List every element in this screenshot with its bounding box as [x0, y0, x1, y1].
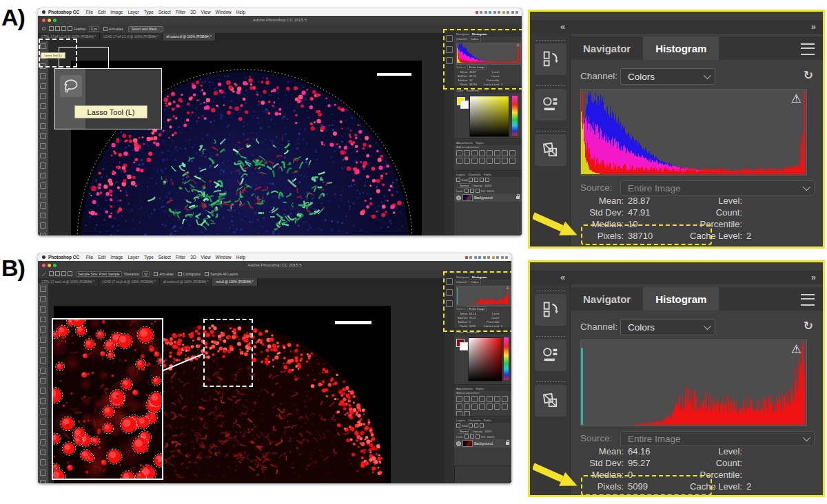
visibility-eye-icon[interactable] [456, 196, 461, 200]
apple-icon[interactable] [42, 10, 45, 14]
lock-pixels-icon[interactable] [470, 189, 474, 193]
magic-wand-icon[interactable] [40, 317, 46, 323]
contiguous-checkbox[interactable]: Contiguous [178, 272, 201, 276]
vibrance-icon[interactable] [487, 396, 493, 402]
menu-item[interactable]: Layer [125, 255, 141, 260]
menu-item[interactable]: Image [108, 255, 125, 260]
black-white-icon[interactable] [509, 150, 515, 156]
blur-icon[interactable] [40, 408, 46, 414]
menu-item[interactable]: Type [141, 255, 156, 260]
hue-saturation-icon[interactable] [494, 396, 500, 402]
menu-item[interactable]: Select [156, 255, 173, 260]
opacity-value[interactable]: 100% [484, 184, 492, 187]
lock-pixels-icon[interactable] [470, 434, 474, 439]
color-panel-tab[interactable]: Color [456, 89, 464, 92]
history-icon[interactable] [446, 278, 453, 285]
battery-icon[interactable] [492, 256, 495, 259]
properties-panel-icon[interactable] [535, 339, 566, 371]
warning-icon[interactable]: ⚠ [791, 342, 802, 357]
levels-icon[interactable] [464, 150, 470, 156]
mini-channel-select[interactable]: Colors [469, 36, 481, 41]
collapse-right-icon[interactable]: » [811, 21, 816, 32]
collapse-right-icon[interactable]: » [811, 272, 816, 282]
photo-filter-icon[interactable] [456, 158, 462, 164]
clock-icon[interactable] [515, 11, 518, 14]
menu-item[interactable]: Select [156, 10, 173, 14]
layers-panel-tab[interactable]: Channels [468, 173, 481, 176]
search-icon[interactable] [507, 11, 509, 14]
menu-item[interactable]: File [83, 255, 95, 260]
mini-tab-histogram[interactable]: Histogram [472, 32, 487, 36]
menu-item[interactable]: Edit [96, 10, 108, 14]
type-icon[interactable] [40, 439, 46, 445]
tab-navigator[interactable]: Navigator [571, 287, 643, 311]
dodge-icon[interactable] [40, 419, 46, 425]
lasso-tool-button[interactable] [60, 75, 82, 97]
source-select[interactable]: Entire Image [620, 431, 815, 446]
onedrive-icon[interactable] [484, 11, 487, 14]
libraries-panel-icon[interactable] [535, 134, 566, 166]
app-name[interactable]: Photoshop CC [48, 10, 79, 14]
onedrive-icon[interactable] [474, 256, 477, 259]
notification-icon[interactable] [501, 256, 504, 259]
wifi-icon[interactable] [498, 11, 500, 14]
selection-mode-buttons[interactable] [49, 271, 74, 277]
selection-mode-buttons[interactable] [49, 26, 74, 32]
hue-saturation-icon[interactable] [494, 150, 500, 156]
channel-mixer-icon[interactable] [471, 403, 478, 410]
blur-icon[interactable] [40, 162, 46, 168]
title-bar[interactable]: Adobe Photoshop CC 2015.5 [38, 261, 511, 271]
menu-item[interactable]: 3D [188, 10, 198, 14]
airplay-icon[interactable] [478, 256, 481, 259]
menu-item[interactable]: Window [213, 255, 234, 260]
menu-item[interactable]: View [198, 255, 213, 260]
spot-healing-icon[interactable] [40, 103, 46, 109]
gradient-map-icon[interactable] [464, 411, 470, 417]
airplay-icon[interactable] [489, 11, 491, 14]
bluetooth-icon[interactable] [493, 11, 496, 14]
fill-value[interactable]: 100% [487, 189, 495, 193]
history-panel-icon[interactable] [535, 294, 566, 326]
hue-strip[interactable] [504, 337, 509, 380]
notification-icon[interactable] [511, 11, 514, 14]
history-icon[interactable] [446, 35, 453, 42]
adjustments-tab[interactable]: Adjustments [456, 387, 473, 390]
crop-icon[interactable] [40, 326, 46, 333]
mini-channel-select[interactable]: Colors [469, 280, 481, 284]
libraries-panel-icon[interactable] [535, 385, 566, 417]
menu-item[interactable]: Edit [96, 255, 108, 260]
pen-icon[interactable] [40, 182, 46, 188]
zoom-icon[interactable] [40, 480, 46, 483]
source-select[interactable]: Entire Image [620, 180, 815, 196]
spot-healing-icon[interactable] [40, 347, 46, 353]
posterize-icon[interactable] [487, 158, 493, 164]
properties-icon[interactable] [446, 46, 453, 53]
menu-item[interactable]: Help [234, 10, 247, 14]
adjustments-tab[interactable]: Adjustments [456, 141, 473, 145]
menu-item[interactable]: Image [108, 10, 125, 14]
menu-item[interactable]: 3D [188, 255, 198, 260]
levels-icon[interactable] [464, 396, 470, 402]
channel-select[interactable]: Colors [620, 319, 715, 335]
lock-position-icon[interactable] [476, 189, 480, 193]
tab-navigator[interactable]: Navigator [571, 36, 643, 60]
panel-menu-icon[interactable] [801, 43, 815, 55]
battery-icon[interactable] [502, 11, 505, 14]
color-lookup-icon[interactable] [471, 158, 478, 164]
feather-input[interactable]: 0 px [89, 26, 99, 32]
eraser-icon[interactable] [40, 388, 46, 394]
history-brush-icon[interactable] [40, 378, 46, 384]
menu-item[interactable]: View [198, 10, 213, 14]
background-color-swatch[interactable] [460, 342, 468, 350]
mini-source-select[interactable]: Entire Image [467, 65, 487, 70]
type-icon[interactable] [40, 193, 46, 198]
path-selection-icon[interactable] [40, 202, 46, 208]
gradient-map-icon[interactable] [509, 158, 515, 164]
menu-item[interactable]: Filter [173, 10, 187, 14]
collapse-left-icon[interactable]: « [560, 21, 565, 32]
lock-transparent-icon[interactable] [464, 434, 469, 439]
tab-histogram[interactable]: Histogram [643, 36, 719, 60]
adjustments-tab[interactable]: Styles [476, 387, 484, 390]
exposure-icon[interactable] [479, 396, 485, 402]
invert-icon[interactable] [487, 403, 493, 410]
